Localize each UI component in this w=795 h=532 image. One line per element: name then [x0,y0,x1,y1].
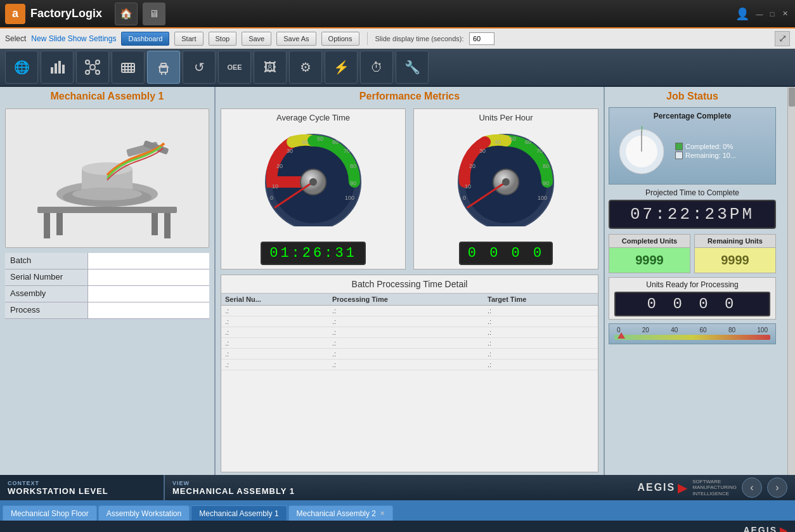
units-per-hour-title: Units Per Hour [479,113,533,122]
svg-point-68 [502,178,510,186]
icon-toolbar: 🌐 [0,49,795,87]
options-button[interactable]: Options [321,32,359,46]
view-block: VIEW MECHANICAL ASSEMBLY 1 [165,475,302,500]
slide-time-input[interactable] [469,32,494,45]
assembly-value [87,286,209,302]
slider-label-40: 40 [671,327,678,334]
bottom-aegis-logo: AEGIS ▶ [743,524,787,533]
middle-panel-title: Performance Metrics [218,87,601,106]
expand-button[interactable]: ⤢ [775,31,790,46]
save-as-button[interactable]: Save As [276,32,316,46]
main-content: Mechanical Assembly 1 [0,87,795,475]
process-label: Process [5,302,87,318]
batch-col-serial: Serial Nu... [221,294,328,306]
monitor-icon[interactable]: 🖥 [143,3,165,25]
close-button[interactable]: ✕ [780,9,790,19]
svg-text:80: 80 [350,163,356,169]
home-icon[interactable]: 🏠 [115,3,138,25]
batch-table-title: Batch Processing Time Detail [221,275,598,294]
footer-right: AEGIS ▶ SOFTWAREMANUFACTURINGINTELLIGENC… [637,477,795,498]
aegis-subtitle: SOFTWAREMANUFACTURINGINTELLIGENCE [692,479,737,497]
ready-processing-card: Units Ready for Processing 0 0 0 0 [609,277,776,320]
stop-button[interactable]: Stop [209,32,237,46]
tab-label: Mechanical Shop Floor [11,509,89,518]
table-row: .:.:.: [221,306,598,316]
percentage-complete-card: Percentage Complete Completed: [609,107,776,185]
prev-button[interactable]: ‹ [742,477,762,498]
start-button[interactable]: Start [174,32,203,46]
donut-chart [613,123,670,180]
tab-assembly-workstation[interactable]: Assembly Workstation [98,505,190,521]
units-row: Completed Units 9999 Remaining Units 999… [609,234,776,273]
svg-text:70: 70 [344,148,350,154]
slider-card: 0 20 40 60 80 100 [609,323,776,344]
ready-processing-title: Units Ready for Processing [614,280,770,289]
globe-icon-btn[interactable]: 🌐 [5,51,38,84]
units-per-hour-display: 0 0 0 0 [459,242,553,265]
avg-cycle-time-gauge: 10 20 30 40 50 60 70 80 90 100 0 [256,125,370,239]
units-per-hour-gauge: 10 20 30 40 50 60 70 80 90 100 0 [449,125,563,239]
nav-icons: 🏠 🖥 [115,3,165,25]
remaining-color [675,152,683,159]
table-row: .:.:.: [221,349,598,360]
svg-rect-3 [62,65,65,74]
clock-icon-btn[interactable]: ⏱ [360,51,393,84]
tab-close-icon[interactable]: ✕ [380,510,385,517]
svg-point-6 [96,60,100,64]
slider-track[interactable] [614,335,770,340]
batch-scroll-thumb[interactable] [789,88,795,107]
lightning-icon-btn[interactable]: ⚡ [325,51,358,84]
minimize-button[interactable]: — [754,9,765,19]
svg-point-7 [86,70,89,74]
slider-thumb[interactable] [617,332,625,339]
gauges-row: Average Cycle Time [218,106,601,272]
table-row: .:.:.: [221,316,598,327]
pct-title: Percentage Complete [613,112,772,120]
avg-cycle-time-title: Average Cycle Time [276,113,350,122]
job-status-title: Job Status [605,87,780,106]
save-button[interactable]: Save [242,32,271,46]
completed-legend-item: Completed: 0% [675,143,736,150]
table-row: .:.:.: [221,338,598,349]
svg-text:40: 40 [494,139,501,145]
network-icon-btn[interactable] [76,51,109,84]
batch-table: Serial Nu... Processing Time Target Time… [221,294,598,370]
remaining-units-value: 9999 [695,248,775,273]
process-value [87,302,209,318]
next-button[interactable]: › [767,477,787,498]
svg-text:40: 40 [302,139,308,145]
tools-icon-btn[interactable]: ⚙ [289,51,322,84]
tab-mechanical-assembly-1[interactable]: Mechanical Assembly 1 [191,505,287,521]
refresh-icon-btn[interactable]: ↺ [183,51,216,84]
user-icon[interactable]: 👤 [735,7,749,21]
table-row: .:.:.: [221,360,598,370]
select-label: Select [5,34,26,43]
projected-time-display: 07:22:23PM [609,200,776,229]
svg-text:50: 50 [510,136,516,142]
batch-scrollbar[interactable] [787,87,795,475]
tab-mechanical-assembly-2[interactable]: Mechanical Assembly 2 ✕ [288,505,393,521]
svg-rect-27 [164,213,171,238]
wrench-icon-btn[interactable]: 🔧 [396,51,429,84]
batch-processing-card: Batch Processing Time Detail Serial Nu..… [221,275,598,472]
slider-label-20: 20 [642,327,649,334]
svg-rect-29 [152,213,158,235]
assembly-label: Assembly [5,286,87,302]
tab-mechanical-shop-floor[interactable]: Mechanical Shop Floor [3,505,97,521]
info-table: Batch Serial Number Assembly Process [5,253,209,319]
robot-icon-btn[interactable] [147,51,180,84]
chart-icon-btn[interactable] [41,51,74,84]
image-icon-btn[interactable]: 🖼 [254,51,287,84]
assembly-icon-btn[interactable] [112,51,145,84]
aegis-text: AEGIS [637,482,675,493]
svg-text:80: 80 [543,163,549,169]
svg-rect-28 [56,213,63,235]
remaining-legend-item: Remaining: 10... [675,152,736,159]
svg-rect-25 [37,207,177,213]
svg-text:0: 0 [270,195,273,201]
tab-label: Assembly Workstation [107,509,181,518]
maximize-button[interactable]: □ [767,9,777,19]
dashboard-button[interactable]: Dashboard [121,32,169,46]
pct-content: Completed: 0% Remaining: 10... [613,123,772,180]
oee-icon-btn[interactable]: OEE [218,51,251,84]
